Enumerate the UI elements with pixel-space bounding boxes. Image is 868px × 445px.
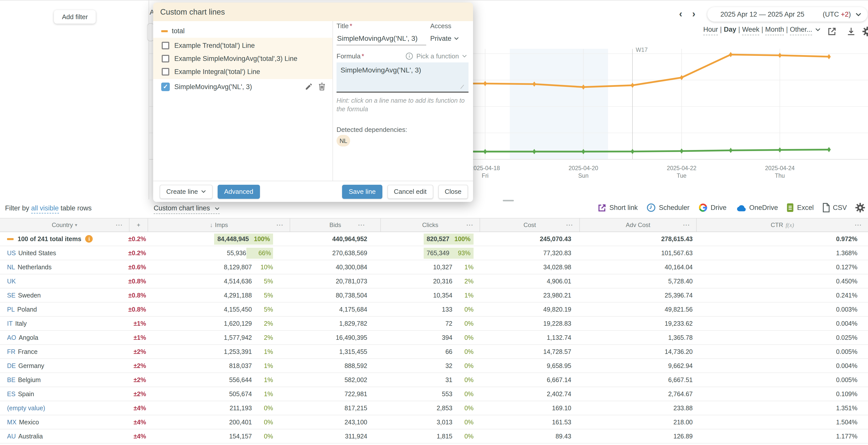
country-code-link[interactable]: AU bbox=[7, 433, 16, 440]
series-legend-item[interactable]: total bbox=[153, 21, 333, 38]
edit-pencil-icon[interactable] bbox=[305, 82, 313, 91]
percent-of-total: 5% bbox=[255, 306, 273, 313]
short-link-button[interactable]: Short link bbox=[597, 203, 638, 212]
clicks-cell: 5530% bbox=[380, 387, 479, 401]
country-code-link[interactable]: UK bbox=[7, 278, 16, 285]
title-input[interactable] bbox=[337, 32, 426, 45]
value: 3,013 bbox=[436, 418, 453, 425]
drive-button[interactable]: Drive bbox=[698, 203, 726, 212]
action-label: OneDrive bbox=[749, 204, 778, 211]
bids-cell: 888,592 bbox=[290, 359, 380, 373]
cancel-edit-button[interactable]: Cancel edit bbox=[387, 184, 433, 199]
table-total-row[interactable]: 100 of 241 total itemsi±0.2%84,448,94510… bbox=[0, 232, 868, 246]
bids-cell: 440,964,952 bbox=[290, 232, 380, 246]
download-chart-icon[interactable] bbox=[846, 27, 856, 36]
data-table: Country▾···+↓Imps···Bids···Clicks···Cost… bbox=[0, 218, 868, 445]
csv-button[interactable]: CSV bbox=[822, 203, 847, 212]
country-code-link[interactable]: PL bbox=[7, 306, 15, 313]
table-row[interactable]: DEGermany±2%818,0371%888,592320%9,658.95… bbox=[0, 359, 868, 373]
column-menu-icon[interactable]: ··· bbox=[358, 222, 365, 228]
table-row[interactable]: ESSpain±2%505,6741%722,9815530%2,402.742… bbox=[0, 387, 868, 401]
column-header-country[interactable]: Country▾··· bbox=[0, 218, 129, 232]
column-menu-icon[interactable]: ··· bbox=[855, 222, 862, 228]
country-code-link[interactable]: NL bbox=[7, 264, 15, 271]
column-menu-icon[interactable]: ··· bbox=[566, 222, 573, 228]
excel-button[interactable]: Excel bbox=[786, 203, 814, 212]
country-code-link[interactable]: BE bbox=[7, 376, 16, 383]
country-code-link[interactable]: AO bbox=[7, 334, 16, 341]
onedrive-button[interactable]: OneDrive bbox=[735, 204, 778, 211]
clicks-cell: 720% bbox=[380, 317, 479, 330]
prev-range-button[interactable]: ‹ bbox=[679, 8, 682, 20]
close-button[interactable]: Close bbox=[438, 184, 468, 199]
percent-of-total: 0% bbox=[456, 433, 473, 440]
add-filter-button[interactable]: Add filter bbox=[54, 10, 96, 24]
line-label: SimpleMovingAvg('NL', 3) bbox=[174, 83, 252, 90]
granularity-week[interactable]: Week bbox=[742, 26, 760, 35]
country-code-link[interactable]: FR bbox=[7, 348, 16, 355]
chart-line-item-checked[interactable]: ✓SimpleMovingAvg('NL', 3) bbox=[153, 79, 333, 94]
create-line-button[interactable]: Create line bbox=[160, 184, 213, 199]
table-settings-gear-icon[interactable] bbox=[856, 203, 865, 212]
column-header-imps[interactable]: ↓Imps··· bbox=[148, 218, 290, 232]
granularity-other[interactable]: Other... bbox=[790, 26, 812, 35]
chart-line-item-unchecked[interactable]: Example Trend('total') Line bbox=[153, 39, 333, 52]
formula-textarea[interactable]: SimpleMovingAvg('NL', 3) bbox=[337, 62, 468, 93]
next-range-button[interactable]: › bbox=[692, 8, 695, 20]
chart-line-item-unchecked[interactable]: Example Integral('total') Line bbox=[153, 65, 333, 78]
country-code-link[interactable]: SE bbox=[7, 292, 16, 299]
info-icon[interactable]: i bbox=[85, 235, 93, 243]
access-select[interactable]: Private bbox=[430, 35, 459, 42]
country-code-link[interactable]: MX bbox=[7, 418, 17, 425]
data-point-marker bbox=[729, 52, 733, 57]
panel-resize-handle[interactable] bbox=[503, 200, 514, 201]
chart-line-item-unchecked[interactable]: Example SimpleMovingAvg('total',3) Line bbox=[153, 52, 333, 65]
checkbox-unchecked-icon[interactable] bbox=[162, 68, 169, 75]
column-menu-icon[interactable]: ··· bbox=[466, 222, 473, 228]
all-visible-link[interactable]: all visible bbox=[31, 204, 59, 213]
column-header-adv-cost[interactable]: Adv Cost··· bbox=[579, 218, 696, 232]
table-row[interactable]: MXMexico±4%200,4010%243,1003,0130%161.53… bbox=[0, 415, 868, 430]
granularity-month[interactable]: Month bbox=[765, 26, 784, 35]
country-code-link[interactable]: DE bbox=[7, 362, 16, 369]
table-row[interactable]: PLPoland±0.8%4,155,4505%4,175,6841330%49… bbox=[0, 303, 868, 317]
country-code-link[interactable]: US bbox=[7, 249, 16, 256]
country-code-link[interactable]: (empty value) bbox=[7, 405, 45, 412]
table-row[interactable]: (empty value)±4%211,1930%817,2152,8530%1… bbox=[0, 401, 868, 415]
granularity-hour[interactable]: Hour bbox=[703, 26, 718, 35]
checkbox-unchecked-icon[interactable] bbox=[162, 55, 169, 62]
table-row[interactable]: USUnited States±0.2%55,936,79966%270,638… bbox=[0, 246, 868, 260]
table-row[interactable]: AOAngola±1%1,577,9422%16,490,3953940%1,1… bbox=[0, 331, 868, 345]
column-header-ctr[interactable]: CTRf(x)··· bbox=[696, 218, 868, 232]
table-row[interactable]: ITItaly±1%1,620,1292%1,829,782720%19,228… bbox=[0, 317, 868, 331]
chart-settings-gear-icon[interactable] bbox=[863, 27, 868, 36]
column-menu-icon[interactable]: ··· bbox=[683, 222, 690, 228]
advanced-button[interactable]: Advanced bbox=[218, 184, 260, 199]
export-chart-icon[interactable] bbox=[827, 27, 837, 36]
table-row[interactable]: NLNetherlands±0.6%8,129,80710%40,300,084… bbox=[0, 260, 868, 274]
table-row[interactable]: FRFrance±2%1,253,3911%1,315,455660%14,72… bbox=[0, 345, 868, 359]
scheduler-button[interactable]: Scheduler bbox=[646, 203, 690, 212]
column-header-clicks[interactable]: Clicks··· bbox=[380, 218, 479, 232]
column-menu-icon[interactable]: ··· bbox=[277, 222, 284, 228]
pick-a-function-dropdown[interactable]: Pick a function bbox=[406, 53, 467, 60]
checkbox-unchecked-icon[interactable] bbox=[162, 41, 169, 49]
granularity-day[interactable]: Day bbox=[724, 26, 737, 33]
table-row[interactable]: UK±0.8%4,514,6365%20,781,07320,3162%4,90… bbox=[0, 274, 868, 288]
column-header-cost[interactable]: Cost··· bbox=[479, 218, 579, 232]
delete-trash-icon[interactable] bbox=[318, 82, 326, 91]
checkbox-checked-icon[interactable]: ✓ bbox=[161, 82, 170, 91]
date-range-picker[interactable]: 2025 Apr 12 — 2025 Apr 25 (UTC +2) bbox=[707, 7, 868, 22]
table-row[interactable]: AUAustralia±4%154,1570%311,9241,8150%89.… bbox=[0, 430, 868, 444]
table-row[interactable]: BEBelgium±2%556,6441%582,002310%6,667.14… bbox=[0, 373, 868, 387]
country-code-link[interactable]: IT bbox=[7, 320, 12, 327]
table-row[interactable]: SESweden±0.8%4,291,1885%80,738,50410,354… bbox=[0, 288, 868, 303]
column-menu-icon[interactable]: ··· bbox=[116, 222, 123, 228]
country-code-link[interactable]: ES bbox=[7, 390, 16, 398]
cost-cell: 1,132.74 bbox=[479, 331, 579, 344]
column-header-bids[interactable]: Bids··· bbox=[290, 218, 380, 232]
dependency-chip[interactable]: NL bbox=[337, 135, 350, 146]
custom-chart-lines-dropdown[interactable]: Custom chart lines bbox=[154, 204, 219, 214]
save-line-button[interactable]: Save line bbox=[342, 184, 382, 199]
add-column-button[interactable]: + bbox=[129, 218, 148, 232]
